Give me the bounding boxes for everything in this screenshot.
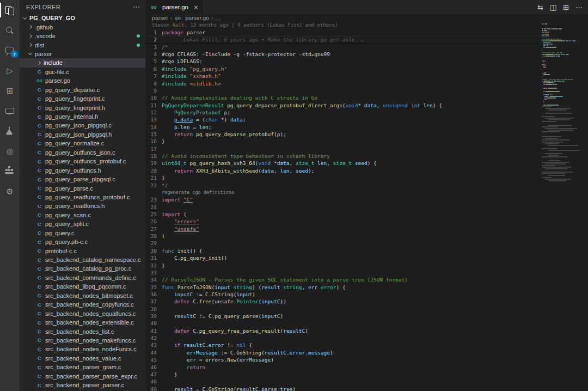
breadcrumb-item-parser.go[interactable]: GOparser.go: [174, 15, 209, 22]
live-share-icon[interactable]: ◎: [0, 141, 20, 161]
tree-item-pg_query_fingerprint.c[interactable]: Cpg_query_fingerprint.c: [20, 94, 145, 103]
tree-item-pg_query_outfuncs.h[interactable]: Cpg_query_outfuncs.h: [20, 166, 145, 174]
explorer-sidebar: EXPLORER ⋯ PG_QUERY_GO .github.vscodedis…: [20, 0, 145, 391]
tree-item-pg_query_json_plpgsql.h[interactable]: Cpg_query_json_plpgsql.h: [20, 130, 145, 139]
tree-item-protobuf-c.c[interactable]: Cprotobuf-c.c: [20, 246, 145, 255]
code-editor[interactable]: Steven Kalt, 13 months ago | 4 authors (…: [145, 22, 539, 391]
tree-item-src_backend_nodes_value.c[interactable]: Csrc_backend_nodes_value.c: [20, 354, 145, 363]
more-actions-icon[interactable]: ⋯: [133, 3, 140, 11]
tab-parser-go[interactable]: GO parser.go ×: [145, 0, 203, 14]
code-line-4: 4#cgo CFLAGS: -Iinclude -g -fstack-prote…: [145, 51, 539, 58]
tree-item-pg_query_split.c[interactable]: Cpg_query_split.c: [20, 219, 145, 228]
c-file-icon: C: [36, 256, 43, 264]
tree-item-src_backend_parser_parse_expr.c[interactable]: Csrc_backend_parser_parse_expr.c: [20, 372, 145, 381]
tree-item-src_backend_parser_gram.c[interactable]: Csrc_backend_parser_gram.c: [20, 363, 145, 371]
tree-item-src_backend_nodes_list.c[interactable]: Csrc_backend_nodes_list.c: [20, 327, 145, 335]
tree-item-guc-file.c[interactable]: Cguc-file.c: [20, 68, 145, 76]
minimap-line: [542, 177, 587, 178]
git-status-dot: [137, 34, 140, 38]
breadcrumb-label: …: [216, 15, 222, 21]
line-number: 29: [145, 240, 162, 247]
tree-item-src_backend_parser_parser.c[interactable]: Csrc_backend_parser_parser.c: [20, 381, 145, 389]
more-actions-icon[interactable]: ⋯: [575, 3, 583, 11]
tree-item-label: pg_query.c: [45, 230, 75, 236]
tree-item-src_backend_nodes_makefuncs.c[interactable]: Csrc_backend_nodes_makefuncs.c: [20, 336, 145, 345]
minimap-line: [542, 131, 587, 132]
line-number: 10: [145, 94, 162, 101]
tree-item-label: include: [44, 59, 63, 66]
tree-item-pg_query.c[interactable]: Cpg_query.c: [20, 229, 145, 237]
line-number: 5: [145, 58, 162, 65]
code-line-40: 40: [145, 320, 539, 327]
tree-item-pg_query_outfuncs_protobuf.c[interactable]: Cpg_query_outfuncs_protobuf.c: [20, 157, 145, 166]
tree-item-pg_query_outfuncs_json.c[interactable]: Cpg_query_outfuncs_json.c: [20, 148, 145, 157]
minimap-line: [542, 153, 587, 154]
minimap-line: [542, 60, 587, 62]
tree-item-pg_query_internal.h[interactable]: Cpg_query_internal.h: [20, 112, 145, 121]
settings-gear-icon[interactable]: ⚙: [0, 181, 20, 201]
docker-icon[interactable]: [0, 161, 20, 181]
tree-item-label: pg_query_readfuncs.h: [45, 203, 105, 209]
tree-item-src_backend_libpq_pqcomm.c[interactable]: Csrc_backend_libpq_pqcomm.c: [20, 282, 145, 291]
tree-item-pg_query_parse_plpgsql.c[interactable]: Cpg_query_parse_plpgsql.c: [20, 175, 145, 184]
tree-item-.vscode[interactable]: .vscode: [20, 32, 145, 40]
tree-item-pg_query_normalize.c[interactable]: Cpg_query_normalize.c: [20, 139, 145, 148]
open-changes-icon[interactable]: ⇆: [537, 3, 543, 11]
tree-item-label: pg_query_fingerprint.h: [45, 105, 105, 111]
minimap-line: [542, 150, 587, 151]
line-number: 49: [145, 386, 162, 391]
chat-icon[interactable]: 7: [0, 40, 20, 60]
line-number: 16: [145, 138, 162, 145]
line-number: 9: [145, 87, 162, 94]
tree-item-pg_query_json_plpgsql.c[interactable]: Cpg_query_json_plpgsql.c: [20, 121, 145, 130]
line-number: 7: [145, 72, 162, 80]
tree-item-pg_query_readfuncs.h[interactable]: Cpg_query_readfuncs.h: [20, 201, 145, 210]
tree-item-dist[interactable]: dist: [20, 40, 145, 49]
search-icon[interactable]: [0, 20, 20, 40]
tree-item-src_backend_nodes_equalfuncs.c[interactable]: Csrc_backend_nodes_equalfuncs.c: [20, 309, 145, 317]
breadcrumb-item-parser[interactable]: parser: [152, 15, 168, 21]
tree-item-src_backend_nodes_nodeFuncs.c[interactable]: Csrc_backend_nodes_nodeFuncs.c: [20, 345, 145, 353]
minimap[interactable]: [539, 22, 588, 391]
tree-item-pg_query_parse.c[interactable]: Cpg_query_parse.c: [20, 184, 145, 192]
tree-root-label: PG_QUERY_GO: [29, 15, 75, 21]
code-line-11: 11PgQueryDeparseResult pg_query_deparse_…: [145, 102, 539, 109]
minimap-line: [542, 142, 587, 143]
code-line-5: 5#cgo LDFLAGS:: [145, 58, 539, 65]
tree-item-src_backend_commands_define.c[interactable]: Csrc_backend_commands_define.c: [20, 273, 145, 282]
tree-item-pg_query_readfuncs_protobuf.c[interactable]: Cpg_query_readfuncs_protobuf.c: [20, 193, 145, 201]
tree-item-src_backend_catalog_pg_proc.c[interactable]: Csrc_backend_catalog_pg_proc.c: [20, 264, 145, 273]
live-share-glyph: ◎: [4, 146, 15, 157]
extensions-icon[interactable]: ⊞: [0, 81, 20, 101]
tree-item-src_backend_catalog_namespace.c[interactable]: Csrc_backend_catalog_namespace.c: [20, 255, 145, 264]
tree-root[interactable]: PG_QUERY_GO: [20, 14, 145, 22]
tree-item-src_backend_nodes_bitmapset.c[interactable]: Csrc_backend_nodes_bitmapset.c: [20, 291, 145, 300]
tree-item-label: pg_query_outfuncs_json.c: [45, 149, 115, 156]
line-number: 46: [145, 364, 162, 371]
c-file-icon: C: [36, 346, 43, 353]
tree-item-src_backend_nodes_extensible.c[interactable]: Csrc_backend_nodes_extensible.c: [20, 318, 145, 327]
tree-item-include[interactable]: include: [20, 58, 145, 67]
minimap-line: [542, 130, 587, 131]
codelens-link[interactable]: regenerate cgo definitions: [162, 189, 234, 196]
tree-item-src_backend_nodes_copyfuncs.c[interactable]: Csrc_backend_nodes_copyfuncs.c: [20, 300, 145, 309]
tree-item-.github[interactable]: .github: [20, 22, 145, 31]
tree-item-parser[interactable]: parser: [20, 50, 145, 58]
c-file-icon: C: [36, 247, 43, 254]
tree-item-pg_query_scan.c[interactable]: Cpg_query_scan.c: [20, 211, 145, 219]
minimap-line: [542, 126, 587, 127]
run-debug-icon[interactable]: ▷: [0, 60, 20, 81]
tree-item-pg_query.pb-c.c[interactable]: Cpg_query.pb-c.c: [20, 237, 145, 246]
code-text: PgQueryProtobuf p;: [162, 109, 230, 116]
remote-explorer-icon[interactable]: [0, 101, 20, 121]
close-tab-icon[interactable]: ×: [194, 3, 198, 11]
tree-item-pg_query_deparse.c[interactable]: Cpg_query_deparse.c: [20, 85, 145, 94]
explorer-icon[interactable]: [0, 0, 20, 20]
customize-layout-icon[interactable]: ⊞: [563, 3, 569, 11]
testing-icon[interactable]: [0, 121, 20, 141]
tree-item-parser.go[interactable]: GOparser.go: [20, 76, 145, 85]
breadcrumb-item-…[interactable]: …: [216, 15, 222, 21]
minimap-line: [542, 23, 587, 25]
tree-item-pg_query_fingerprint.h[interactable]: Cpg_query_fingerprint.h: [20, 103, 145, 112]
split-editor-icon[interactable]: ◫: [550, 3, 556, 11]
